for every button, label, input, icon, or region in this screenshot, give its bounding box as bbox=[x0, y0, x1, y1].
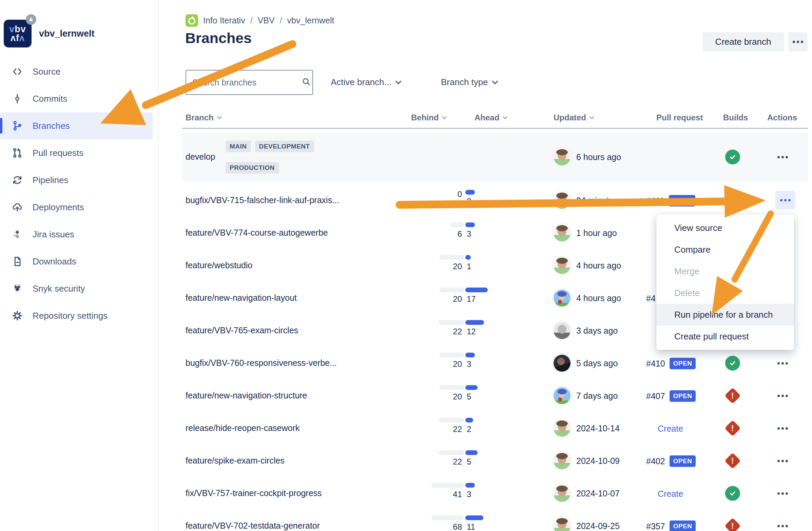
menu-item-compare[interactable]: Compare bbox=[656, 239, 794, 261]
pull-request-link[interactable]: #410 bbox=[646, 359, 665, 369]
behind-bar bbox=[438, 320, 464, 325]
pull-request-link[interactable]: #402 bbox=[646, 456, 665, 466]
sidebar-item-label: Source bbox=[32, 67, 60, 77]
column-header-pull-request: Pull request bbox=[656, 113, 703, 122]
pull-request-link[interactable]: #407 bbox=[646, 391, 665, 401]
sidebar-item-repository-settings[interactable]: Repository settings bbox=[0, 302, 153, 329]
build-status-failed-icon[interactable]: ! bbox=[725, 387, 741, 404]
row-actions-button-active[interactable] bbox=[775, 191, 795, 209]
branch-link[interactable]: feature/VBV-702-testdata-generator bbox=[186, 521, 320, 531]
breadcrumb-project[interactable]: VBV bbox=[258, 16, 275, 26]
column-header-updated[interactable]: Updated bbox=[553, 113, 594, 122]
ahead-count: 3 bbox=[467, 490, 471, 499]
branch-link[interactable]: fix/VBV-757-trainer-cockpit-progress bbox=[186, 488, 322, 498]
page-more-button[interactable] bbox=[788, 32, 808, 51]
breadcrumb-workspace[interactable]: Info Iterativ bbox=[203, 16, 245, 26]
row-actions-button[interactable] bbox=[778, 424, 788, 433]
behind-indicator: 20 bbox=[413, 353, 464, 369]
search-icon bbox=[302, 77, 311, 88]
sidebar-item-downloads[interactable]: Downloads bbox=[0, 248, 153, 275]
breadcrumb: Info Iterativ / VBV / vbv_lernwelt bbox=[186, 14, 334, 27]
build-status-failed-icon[interactable]: ! bbox=[725, 518, 741, 531]
workspace-avatar-icon[interactable] bbox=[186, 14, 198, 27]
menu-item-create-pull-request[interactable]: Create pull request bbox=[656, 325, 794, 347]
branch-link[interactable]: feature/VBV-765-exam-circles bbox=[186, 325, 298, 335]
sidebar-item-branches[interactable]: Branches bbox=[0, 112, 153, 139]
branch-link[interactable]: feature/new-navigation-layout bbox=[186, 293, 297, 303]
jira-icon bbox=[12, 228, 23, 240]
branch-link[interactable]: bugfix/VBV-715-falscher-link-auf-praxis.… bbox=[186, 195, 339, 205]
branch-link[interactable]: bugfix/VBV-760-responsiveness-verbe... bbox=[186, 358, 337, 368]
branch-link[interactable]: feature/VBV-774-course-autogewerbe bbox=[186, 228, 328, 238]
column-header-actions: Actions bbox=[767, 113, 797, 122]
updated-cell: 1 hour ago bbox=[553, 224, 617, 241]
row-actions-button[interactable] bbox=[778, 358, 788, 368]
column-header-behind[interactable]: Behind bbox=[411, 113, 446, 122]
create-pull-request-link[interactable]: Create bbox=[658, 424, 683, 434]
build-status-success-icon[interactable] bbox=[725, 149, 740, 164]
menu-item-view-source[interactable]: View source bbox=[656, 217, 794, 239]
behind-bar bbox=[432, 483, 464, 488]
active-branches-filter[interactable]: Active branch... bbox=[331, 76, 401, 88]
avatar bbox=[553, 420, 570, 437]
repo-name: vbv_lernwelt bbox=[39, 29, 95, 39]
row-actions-button[interactable] bbox=[778, 489, 788, 498]
sidebar-item-snyk-security[interactable]: Snyk security bbox=[0, 275, 153, 302]
sidebar-item-jira-issues[interactable]: Jira issues bbox=[0, 221, 153, 248]
build-status-inprogress-icon[interactable] bbox=[725, 193, 740, 208]
updated-time: 2024-10-07 bbox=[576, 489, 620, 499]
pull-request-link[interactable]: #4 bbox=[646, 294, 656, 304]
build-status-failed-icon[interactable]: ! bbox=[725, 453, 741, 469]
sidebar-item-deployments[interactable]: Deployments bbox=[0, 194, 153, 221]
behind-count: 6 bbox=[458, 230, 462, 238]
sidebar-item-label: Pull requests bbox=[32, 148, 84, 158]
branch-type-filter[interactable]: Branch type bbox=[441, 76, 497, 88]
source-icon bbox=[12, 66, 23, 77]
row-actions-button[interactable] bbox=[778, 152, 788, 162]
breadcrumb-separator: / bbox=[250, 16, 253, 26]
sidebar-item-label: Pipelines bbox=[32, 175, 69, 186]
pull-requests-icon bbox=[12, 147, 23, 159]
branch-link[interactable]: feature/spike-exam-circles bbox=[186, 456, 285, 466]
row-actions-button[interactable] bbox=[778, 456, 788, 466]
sidebar-item-source[interactable]: Source bbox=[0, 58, 153, 85]
branch-link[interactable]: feature/new-navigation-structure bbox=[186, 390, 307, 400]
sidebar-item-pipelines[interactable]: Pipelines bbox=[0, 166, 153, 194]
row-actions-button[interactable] bbox=[778, 521, 788, 531]
sidebar-item-commits[interactable]: Commits bbox=[0, 85, 153, 112]
updated-time: 24 minutes ago bbox=[576, 196, 634, 206]
column-header-ahead[interactable]: Ahead bbox=[475, 113, 507, 122]
create-branch-button[interactable]: Create branch bbox=[702, 32, 784, 51]
ahead-count: 3 bbox=[467, 230, 471, 238]
pr-status-badge: OPEN bbox=[669, 455, 696, 467]
deployments-icon bbox=[12, 202, 23, 213]
build-status-success-icon[interactable] bbox=[725, 486, 740, 501]
sidebar-item-pull-requests[interactable]: Pull requests bbox=[0, 139, 153, 166]
create-pull-request-link[interactable]: Create bbox=[658, 489, 683, 499]
updated-cell: 3 days ago bbox=[553, 322, 618, 339]
sort-chevron-icon bbox=[503, 114, 507, 119]
behind-bar bbox=[451, 222, 464, 227]
behind-count: 0 bbox=[458, 190, 462, 199]
build-status-failed-icon[interactable]: ! bbox=[725, 420, 741, 437]
commits-icon bbox=[12, 93, 23, 104]
behind-indicator: 20 bbox=[413, 255, 464, 271]
repo-logo[interactable]: vbv ʌfʌ bbox=[4, 20, 31, 47]
branch-link[interactable]: develop bbox=[186, 152, 215, 162]
branch-link[interactable]: feature/webstudio bbox=[186, 261, 252, 270]
search-input[interactable] bbox=[186, 78, 302, 88]
branch-link[interactable]: release/hide-reopen-casework bbox=[186, 423, 300, 433]
build-status-success-icon[interactable] bbox=[725, 356, 740, 371]
behind-bar bbox=[439, 385, 464, 390]
row-actions-button[interactable] bbox=[778, 391, 788, 400]
pull-request-cell: Create bbox=[646, 487, 683, 500]
pull-request-link[interactable]: #357 bbox=[646, 521, 665, 531]
column-header-branch[interactable]: Branch bbox=[186, 113, 221, 122]
chevron-down-icon bbox=[492, 78, 498, 84]
menu-item-run-pipeline-for-a-branch[interactable]: Run pipeline for a branch bbox=[656, 304, 794, 325]
sidebar-item-label: Branches bbox=[32, 121, 70, 131]
pull-request-cell: #410OPEN bbox=[646, 357, 696, 370]
pull-request-link[interactable]: #411 bbox=[646, 196, 665, 206]
pull-request-cell: #357OPEN bbox=[646, 520, 696, 531]
breadcrumb-repo[interactable]: vbv_lernwelt bbox=[287, 16, 334, 26]
